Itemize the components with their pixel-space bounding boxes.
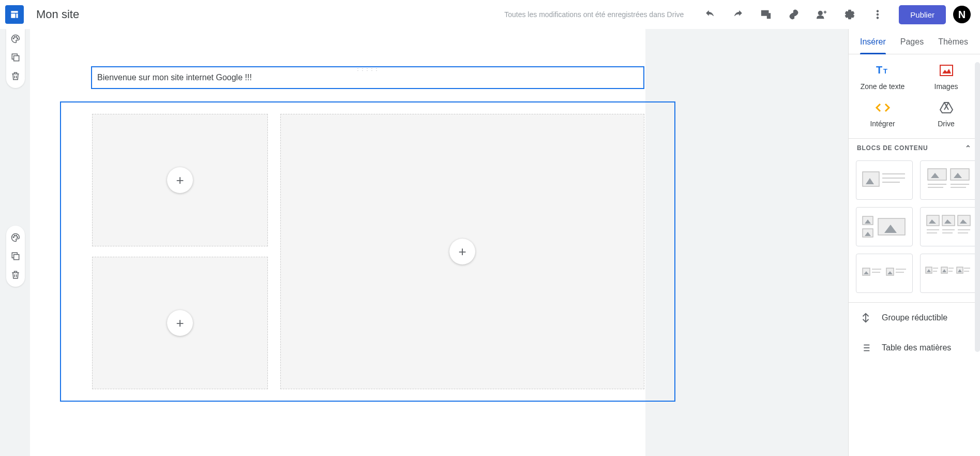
svg-text:T: T — [883, 67, 887, 75]
svg-point-14 — [16, 235, 17, 236]
publish-button[interactable]: Publier — [899, 5, 946, 24]
tab-themes[interactable]: Thèmes — [931, 29, 975, 54]
insert-label: Zone de texte — [861, 82, 905, 91]
svg-point-2 — [819, 11, 822, 15]
svg-rect-31 — [951, 169, 969, 180]
site-title[interactable]: Mon site — [36, 8, 79, 21]
item-collapsible-group[interactable]: Groupe réductible — [849, 303, 980, 333]
undo-icon[interactable] — [704, 8, 716, 21]
insert-images[interactable]: Images — [914, 60, 978, 94]
image-icon — [940, 63, 953, 78]
svg-point-7 — [13, 38, 14, 39]
content-blocks-title: BLOCS DE CONTENU — [857, 144, 928, 152]
svg-point-4 — [877, 10, 879, 12]
insert-embed[interactable]: Intégrer — [851, 97, 914, 131]
content-blocks-grid — [849, 156, 980, 302]
redo-icon[interactable] — [732, 8, 744, 21]
text-block-content[interactable]: Bienvenue sur mon site internet Google !… — [97, 73, 252, 82]
share-icon[interactable] — [816, 8, 828, 21]
palette-icon[interactable] — [10, 232, 21, 243]
svg-rect-11 — [14, 56, 19, 61]
block-layout-2[interactable] — [920, 160, 977, 200]
item-toc[interactable]: Table des matières — [849, 333, 980, 363]
palette-icon[interactable] — [10, 33, 21, 45]
embed-icon — [875, 100, 891, 115]
insert-label: Images — [934, 82, 958, 91]
account-avatar[interactable]: N — [953, 6, 971, 23]
collapsible-icon — [860, 312, 871, 323]
tab-insert[interactable]: Insérer — [853, 29, 893, 54]
svg-point-5 — [877, 13, 879, 16]
sites-logo[interactable] — [5, 5, 24, 24]
drag-handle-icon[interactable]: : : : : : — [357, 67, 379, 72]
svg-rect-1 — [767, 13, 771, 18]
app-header: Mon site Toutes les modifications ont ét… — [0, 0, 980, 29]
text-box-icon: TT — [875, 63, 891, 78]
block-layout-6[interactable] — [920, 254, 977, 293]
right-panel: Insérer Pages Thèmes TT Zone de texte Im… — [848, 29, 980, 456]
duplicate-icon[interactable] — [10, 52, 21, 63]
svg-point-8 — [14, 36, 16, 37]
insert-drive[interactable]: Drive — [914, 97, 978, 131]
insert-label: Drive — [938, 120, 955, 128]
add-button[interactable]: + — [167, 310, 193, 336]
panel-tabs: Insérer Pages Thèmes — [849, 29, 980, 54]
svg-point-13 — [14, 235, 16, 236]
insert-extra-items: Groupe réductible Table des matières — [849, 302, 980, 363]
svg-point-15 — [17, 237, 18, 238]
insert-label: Intégrer — [870, 120, 895, 128]
block-layout-5[interactable] — [856, 254, 913, 293]
block-layout-3[interactable] — [856, 207, 913, 246]
placeholder-bottom-left[interactable]: + — [92, 257, 268, 389]
block-layout-4[interactable] — [920, 207, 977, 246]
preview-icon[interactable] — [760, 8, 772, 21]
content-blocks-header[interactable]: BLOCS DE CONTENU ⌃ — [849, 138, 980, 156]
svg-marker-21 — [940, 102, 953, 113]
scrollbar[interactable] — [975, 62, 980, 352]
more-icon[interactable] — [871, 8, 884, 21]
svg-point-6 — [877, 17, 879, 19]
main-area: ⋮⋮ : : : : : Bienvenue sur mon site inte… — [0, 29, 980, 456]
duplicate-icon[interactable] — [10, 251, 21, 262]
block-layout-1[interactable] — [856, 160, 913, 200]
block-toolbar-top — [6, 29, 25, 88]
save-status: Toutes les modifications ont été enregis… — [504, 10, 684, 19]
svg-marker-20 — [942, 69, 951, 73]
insert-text-box[interactable]: TT Zone de texte — [851, 60, 914, 94]
svg-point-12 — [13, 237, 14, 238]
chevron-up-icon: ⌃ — [965, 144, 972, 152]
add-button[interactable]: + — [449, 239, 475, 264]
link-icon[interactable] — [788, 8, 800, 21]
layout-section-selected[interactable]: + + + — [60, 101, 675, 402]
add-button[interactable]: + — [167, 167, 193, 193]
toc-icon — [860, 342, 871, 354]
text-block-selected[interactable]: : : : : : Bienvenue sur mon site interne… — [91, 66, 644, 89]
block-toolbar-section — [6, 226, 25, 287]
svg-rect-19 — [940, 65, 953, 76]
item-label: Groupe réductible — [882, 313, 947, 322]
svg-point-9 — [16, 36, 17, 37]
item-label: Table des matières — [882, 343, 951, 352]
delete-icon[interactable] — [10, 269, 21, 281]
page-canvas[interactable]: : : : : : Bienvenue sur mon site interne… — [30, 29, 645, 456]
settings-icon[interactable] — [843, 8, 856, 21]
svg-rect-29 — [928, 169, 946, 180]
svg-rect-16 — [14, 255, 19, 260]
drive-icon — [940, 100, 953, 115]
delete-icon[interactable] — [10, 70, 21, 82]
tab-pages[interactable]: Pages — [893, 29, 931, 54]
canvas-area: ⋮⋮ : : : : : Bienvenue sur mon site inte… — [0, 29, 848, 456]
svg-point-10 — [17, 38, 18, 39]
svg-text:T: T — [876, 64, 882, 76]
placeholder-top-left[interactable]: + — [92, 114, 268, 246]
insert-grid: TT Zone de texte Images Intégrer — [849, 54, 980, 138]
placeholder-right[interactable]: + — [280, 114, 644, 389]
